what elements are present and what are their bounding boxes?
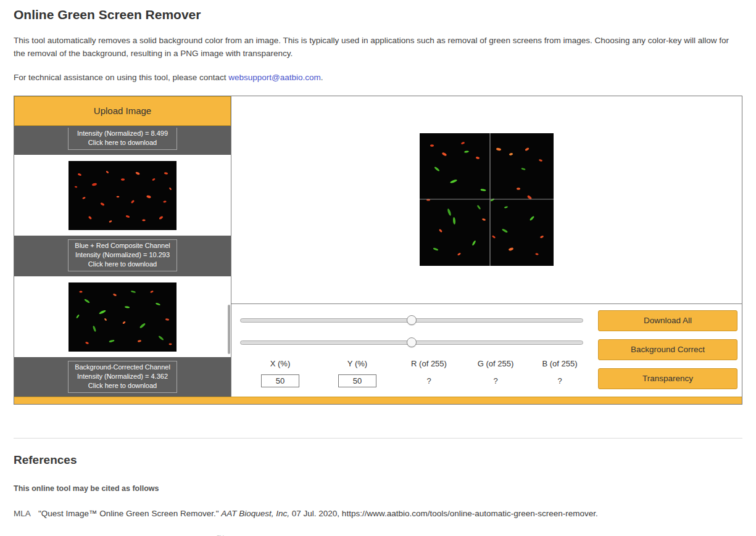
- b-field: B (of 255) ?: [528, 359, 592, 387]
- thumbnail-wrap: [14, 155, 231, 236]
- transparency-button[interactable]: Transparency: [598, 368, 737, 389]
- support-text: For technical assistance on using this t…: [14, 73, 228, 82]
- r-field: R (of 255) ?: [394, 359, 463, 387]
- y-input[interactable]: [338, 374, 376, 387]
- g-field-label: G (of 255): [463, 359, 528, 368]
- gallery-item-caption: Blue + Red Composite Channel Intensity (…: [14, 236, 231, 276]
- tool-description: This tool automatically removes a solid …: [14, 35, 742, 60]
- support-email-link[interactable]: websupport@aatbio.com: [228, 73, 321, 82]
- cite-intro: This online tool may be cited as follows: [14, 484, 742, 493]
- upload-image-button[interactable]: Upload Image: [14, 96, 231, 126]
- support-suffix: .: [321, 73, 323, 82]
- gallery-list[interactable]: Intensity (Normalized) = 8.499 Click her…: [14, 126, 231, 397]
- download-link[interactable]: Click here to download: [70, 381, 175, 390]
- preview-image[interactable]: [420, 133, 554, 266]
- mla-publisher: AAT Bioquest, Inc,: [221, 509, 289, 518]
- y-field: Y (%): [320, 359, 394, 387]
- gallery-scrollbar[interactable]: [227, 126, 231, 397]
- intensity-label: Intensity (Normalized) = 8.499: [70, 129, 175, 138]
- y-slider-thumb[interactable]: [407, 337, 417, 347]
- gallery-item: Intensity (Normalized) = 8.499 Click her…: [14, 126, 231, 155]
- b-field-label: B (of 255): [528, 359, 592, 368]
- y-field-label: Y (%): [320, 359, 394, 368]
- tool-body: Upload Image Intensity (Normalized) = 8.…: [14, 96, 742, 397]
- x-slider-thumb[interactable]: [407, 315, 417, 325]
- thumbnail-image-composite-channel[interactable]: [69, 161, 177, 230]
- y-position-slider[interactable]: [240, 337, 583, 348]
- action-buttons: Download All Background Correct Transpar…: [598, 310, 737, 389]
- background-correct-button[interactable]: Background Correct: [598, 339, 737, 360]
- g-value: ?: [463, 374, 528, 386]
- page-title: Online Green Screen Remover: [14, 7, 742, 22]
- intensity-label: Intensity (Normalized) = 4.362: [70, 372, 175, 381]
- tool-panel: Upload Image Intensity (Normalized) = 8.…: [14, 96, 742, 405]
- x-position-slider[interactable]: [240, 315, 583, 326]
- mla-title: "Quest Image™ Online Green Screen Remove…: [38, 509, 218, 518]
- tool-footer-bar: [14, 397, 742, 404]
- support-line: For technical assistance on using this t…: [14, 73, 742, 82]
- r-field-label: R (of 255): [394, 359, 463, 368]
- sidebar: Upload Image Intensity (Normalized) = 8.…: [14, 96, 231, 397]
- x-input[interactable]: [261, 374, 299, 387]
- gallery-item: Blue + Red Composite Channel Intensity (…: [14, 155, 231, 276]
- b-value: ?: [528, 374, 592, 386]
- channel-title: Background-Corrected Channel: [70, 363, 175, 372]
- page: Online Green Screen Remover This tool au…: [0, 0, 756, 536]
- r-value: ?: [394, 374, 463, 386]
- mla-label: MLA: [14, 509, 38, 518]
- download-link[interactable]: Click here to download: [70, 138, 175, 147]
- gallery-item-caption: Intensity (Normalized) = 8.499 Click her…: [14, 126, 231, 155]
- mla-citation: MLA"Quest Image™ Online Green Screen Rem…: [14, 509, 742, 518]
- controls-area: X (%) Y (%) R (of 255) ? G (of 255): [231, 303, 742, 397]
- mla-date-url: 07 Jul. 2020, https://www.aatbio.com/too…: [292, 509, 598, 518]
- thumbnail-image-background-corrected[interactable]: [69, 282, 177, 352]
- channel-title: Blue + Red Composite Channel: [70, 241, 175, 250]
- preview-area: [231, 96, 742, 303]
- thumbnail-wrap: [14, 276, 231, 357]
- divider: [14, 438, 742, 439]
- download-link[interactable]: Click here to download: [70, 260, 175, 269]
- preview-and-controls: X (%) Y (%) R (of 255) ? G (of 255): [231, 96, 742, 397]
- references-heading: References: [14, 453, 742, 467]
- intensity-label: Intensity (Normalized) = 10.293: [70, 250, 175, 260]
- gallery-scrollbar-thumb[interactable]: [228, 305, 230, 354]
- x-field: X (%): [240, 359, 320, 387]
- x-field-label: X (%): [240, 359, 320, 368]
- download-all-button[interactable]: Download All: [598, 310, 737, 331]
- g-field: G (of 255) ?: [463, 359, 528, 387]
- gallery-item: Background-Corrected Channel Intensity (…: [14, 276, 231, 397]
- gallery-item-caption: Background-Corrected Channel Intensity (…: [14, 357, 231, 397]
